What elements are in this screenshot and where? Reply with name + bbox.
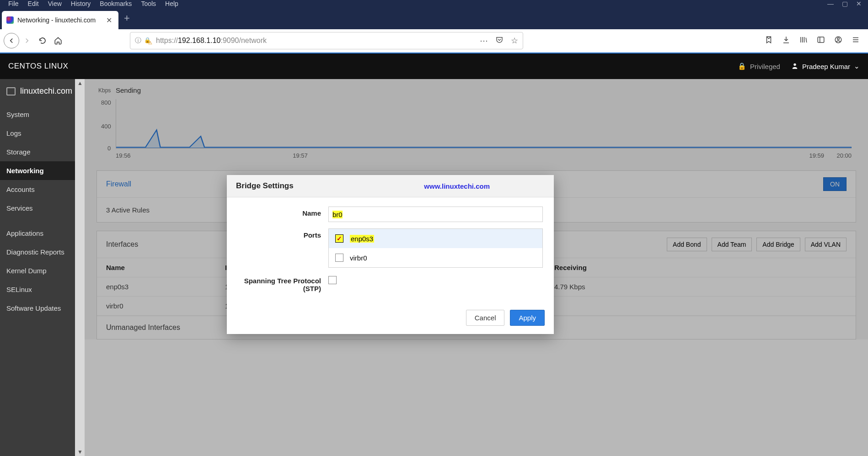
tab-title: Networking - linuxtechi.com <box>17 16 104 24</box>
bridge-name-value: br0 <box>332 211 343 218</box>
bridge-name-input[interactable]: br0 <box>328 207 543 222</box>
sidebar-toggle-icon[interactable] <box>817 36 825 46</box>
sidebar-item-services[interactable]: Services <box>0 199 85 217</box>
window-maximize-icon[interactable]: ▢ <box>842 0 848 7</box>
sidebar-item-accounts[interactable]: Accounts <box>0 180 85 199</box>
scrollbar-down-icon[interactable]: ▼ <box>77 449 83 455</box>
browser-menubar: File Edit View History Bookmarks Tools H… <box>0 0 868 7</box>
url-input[interactable]: ⓘ https://192.168.1.10:9090/network ⋯ ☆ <box>130 32 523 49</box>
sidebar-item-selinux[interactable]: SELinux <box>0 280 85 299</box>
menu-edit[interactable]: Edit <box>23 0 43 7</box>
url-path: :9090/network <box>220 37 267 44</box>
nav-forward-button <box>19 33 35 48</box>
lock-icon: 🔒 <box>738 62 746 70</box>
sidebar-item-software-updates[interactable]: Software Updates <box>0 299 85 318</box>
url-scheme: https:// <box>156 37 178 44</box>
menu-history[interactable]: History <box>66 0 96 7</box>
hamburger-menu-icon[interactable] <box>852 36 860 46</box>
menu-file[interactable]: File <box>4 0 23 7</box>
sidebar-item-networking[interactable]: Networking <box>0 161 85 180</box>
pocket-icon[interactable] <box>495 36 504 46</box>
sidebar-item-kernel-dump[interactable]: Kernel Dump <box>0 261 85 280</box>
sidebar-host[interactable]: linuxtechi.com <box>0 79 85 105</box>
port-item-enp0s3[interactable]: ✓ enp0s3 <box>329 229 542 248</box>
port-name-label: virbr0 <box>350 254 367 262</box>
sidebar-item-logs[interactable]: Logs <box>0 124 85 143</box>
main-layout: ▲ ▼ linuxtechi.com System Logs Storage N… <box>0 79 868 456</box>
nav-reload-button[interactable] <box>35 33 50 48</box>
window-close-icon[interactable]: ✕ <box>856 0 862 7</box>
bridge-settings-modal: Bridge Settings www.linuxtechi.com Name … <box>227 175 554 334</box>
menu-view[interactable]: View <box>43 0 66 7</box>
chevron-down-icon: ⌄ <box>854 62 860 70</box>
stp-checkbox[interactable] <box>328 276 337 284</box>
cockpit-header: CENTOS LINUX 🔒 Privileged Pradeep Kumar … <box>0 53 868 79</box>
scrollbar-up-icon[interactable]: ▲ <box>77 80 83 86</box>
svg-rect-0 <box>818 37 824 42</box>
modal-watermark-link: www.linuxtechi.com <box>424 182 490 190</box>
stp-label: Spanning Tree Protocol (STP) <box>238 274 328 292</box>
nav-back-button[interactable] <box>4 33 19 48</box>
bridge-ports-label: Ports <box>238 228 328 239</box>
privileged-indicator[interactable]: 🔒 Privileged <box>738 62 780 70</box>
sidebar-item-applications[interactable]: Applications <box>0 224 85 243</box>
sidebar-item-system[interactable]: System <box>0 105 85 124</box>
page-actions-icon[interactable]: ⋯ <box>480 36 488 46</box>
tab-active[interactable]: Networking - linuxtechi.com ✕ <box>2 11 118 29</box>
apply-button[interactable]: Apply <box>510 310 545 326</box>
bridge-name-label: Name <box>238 207 328 217</box>
sidebar-item-diagnostic-reports[interactable]: Diagnostic Reports <box>0 243 85 261</box>
bridge-ports-list: ✓ enp0s3 virbr0 <box>328 228 543 268</box>
library-icon[interactable] <box>799 36 808 46</box>
save-to-pocket-icon[interactable] <box>765 36 773 46</box>
cancel-button[interactable]: Cancel <box>466 310 505 326</box>
url-text: https://192.168.1.10:9090/network <box>156 37 480 45</box>
downloads-icon[interactable] <box>782 36 790 46</box>
favicon-icon <box>6 16 14 24</box>
modal-title: Bridge Settings <box>236 181 294 191</box>
port-checkbox-enp0s3[interactable]: ✓ <box>335 234 343 243</box>
user-menu[interactable]: Pradeep Kumar ⌄ <box>791 62 860 71</box>
sidebar: ▲ ▼ linuxtechi.com System Logs Storage N… <box>0 79 85 456</box>
user-name-label: Pradeep Kumar <box>802 63 850 70</box>
port-item-virbr0[interactable]: virbr0 <box>329 248 542 267</box>
tab-close-icon[interactable]: ✕ <box>104 15 114 26</box>
svg-point-2 <box>837 37 840 40</box>
sidebar-host-label: linuxtechi.com <box>20 86 72 96</box>
port-checkbox-virbr0[interactable] <box>335 254 343 262</box>
svg-point-3 <box>793 63 796 65</box>
menu-help[interactable]: Help <box>161 0 183 7</box>
nav-home-button[interactable] <box>50 33 66 48</box>
sidebar-item-storage[interactable]: Storage <box>0 143 85 161</box>
window-minimize-icon[interactable]: — <box>827 0 834 7</box>
new-tab-button[interactable]: + <box>124 12 130 24</box>
menu-bookmarks[interactable]: Bookmarks <box>95 0 136 7</box>
url-bar: ⓘ https://192.168.1.10:9090/network ⋯ ☆ <box>0 29 868 53</box>
url-host: 192.168.1.10 <box>178 37 220 44</box>
cockpit-brand: CENTOS LINUX <box>8 62 68 71</box>
port-name-label: enp0s3 <box>350 235 374 243</box>
account-icon[interactable] <box>834 36 842 46</box>
menu-tools[interactable]: Tools <box>136 0 161 7</box>
site-info-icon[interactable]: ⓘ <box>135 37 141 45</box>
tab-strip: Networking - linuxtechi.com ✕ + <box>0 7 868 29</box>
host-icon <box>6 87 16 95</box>
bookmark-star-icon[interactable]: ☆ <box>511 36 518 46</box>
user-icon <box>791 62 798 71</box>
lock-warning-icon[interactable] <box>144 37 151 44</box>
privileged-label: Privileged <box>750 63 780 70</box>
